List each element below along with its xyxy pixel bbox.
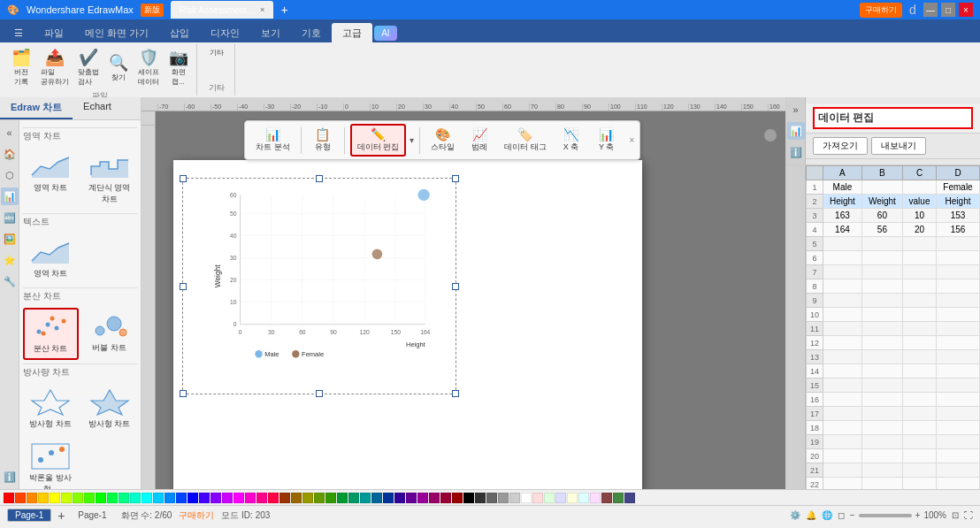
sidebar-nav-info[interactable]: ℹ️ (1, 468, 19, 486)
ribbon-tab-insert[interactable]: 삽입 (159, 23, 200, 42)
color-swatch[interactable] (176, 493, 187, 503)
color-swatch[interactable] (406, 493, 417, 503)
sidebar-nav-home[interactable]: 🏠 (1, 145, 19, 163)
sidebar-nav-templates[interactable]: 📊 (1, 187, 19, 205)
cell-7-d[interactable] (937, 265, 980, 279)
left-tab-echart[interactable]: Echart (73, 97, 122, 119)
ribbon-tab-home[interactable]: 메인 화면 가기 (74, 23, 159, 42)
header-row-2-a[interactable]: Height (823, 195, 862, 209)
chart-item-step-area[interactable]: 계단식 영역차트 (82, 148, 138, 210)
sidebar-nav-symbols[interactable]: 🔤 (1, 209, 19, 226)
cell-5-b[interactable] (861, 237, 902, 251)
cell-15-c[interactable] (903, 379, 937, 393)
cell-17-d[interactable] (937, 407, 980, 421)
color-swatch[interactable] (256, 493, 267, 503)
cell-7-b[interactable] (861, 265, 902, 279)
buy-button[interactable]: 구매하기 (860, 3, 902, 18)
cell-5-a[interactable] (823, 237, 862, 251)
chart-item-dir1[interactable]: 방사형 차트 (23, 384, 79, 434)
header-row-2-d[interactable]: Height (937, 195, 980, 209)
ribbon-btn-setpage[interactable]: 🛡️ 세이프데이터 (134, 46, 163, 88)
header-row-1-b[interactable] (861, 180, 902, 195)
color-swatch[interactable] (360, 493, 371, 503)
color-swatch[interactable] (130, 493, 141, 503)
cell-21-a[interactable] (823, 463, 862, 478)
cell-8-d[interactable] (937, 279, 980, 294)
zoom-in-icon[interactable]: + (915, 510, 921, 520)
color-swatch[interactable] (532, 493, 543, 503)
cell-22-b[interactable] (861, 478, 902, 490)
th-col-c[interactable]: C (903, 166, 937, 180)
color-swatch[interactable] (348, 493, 359, 503)
cell-4-b[interactable]: 56 (861, 223, 902, 237)
resize-handle-bl[interactable] (180, 390, 187, 397)
ribbon-btn-find[interactable]: 🔍 찾기 (104, 46, 133, 88)
import-button[interactable]: 가져오기 (813, 137, 868, 155)
color-swatch[interactable] (38, 493, 49, 503)
cell-6-c[interactable] (903, 251, 937, 265)
color-swatch[interactable] (302, 493, 313, 503)
tool-style[interactable]: 🎨 스타일 (425, 126, 460, 155)
th-col-d[interactable]: D (937, 166, 980, 180)
color-swatch[interactable] (590, 493, 601, 503)
chart-item-bubble[interactable]: 버블 차트 (82, 308, 138, 360)
ribbon-btn-spell[interactable]: ✔️ 맞춤법검사 (74, 46, 103, 88)
cell-20-d[interactable] (937, 449, 980, 463)
tool-x-axis[interactable]: 📉 X 축 (555, 126, 587, 155)
cell-13-d[interactable] (937, 350, 980, 364)
ribbon-btn-기타[interactable]: 기타 (203, 46, 231, 59)
color-swatch[interactable] (394, 493, 405, 503)
color-swatch[interactable] (199, 493, 210, 503)
cell-5-d[interactable] (937, 237, 980, 251)
cell-18-a[interactable] (823, 421, 862, 435)
status-icon-1[interactable]: ⚙️ (790, 510, 800, 520)
color-swatch[interactable] (27, 493, 37, 503)
cell-11-c[interactable] (903, 322, 937, 336)
color-swatch[interactable] (567, 493, 578, 503)
ribbon-tab-menu[interactable]: ☰ (4, 23, 34, 42)
cell-22-c[interactable] (903, 478, 937, 490)
cell-15-a[interactable] (823, 379, 862, 393)
maximize-button[interactable]: □ (941, 3, 955, 17)
cell-15-b[interactable] (861, 379, 902, 393)
cell-12-b[interactable] (861, 336, 902, 350)
left-tab-edraw[interactable]: Edraw 차트 (0, 97, 73, 119)
resize-handle-mr[interactable] (452, 283, 459, 290)
doc-tab-close[interactable]: × (260, 5, 264, 14)
data-edit-dropdown[interactable]: ▾ (410, 135, 414, 145)
cell-9-a[interactable] (823, 294, 862, 308)
cell-10-d[interactable] (937, 308, 980, 322)
color-swatch[interactable] (153, 493, 164, 503)
color-swatch[interactable] (417, 493, 428, 503)
cell-16-a[interactable] (823, 393, 862, 407)
ribbon-tab-file[interactable]: 파일 (34, 23, 74, 42)
ribbon-tab-design[interactable]: 디자인 (200, 23, 250, 42)
color-swatch[interactable] (371, 493, 382, 503)
cell-6-a[interactable] (823, 251, 862, 265)
color-swatch[interactable] (314, 493, 325, 503)
right-nav-chart[interactable]: 📊 (787, 122, 805, 140)
cell-11-a[interactable] (823, 322, 862, 336)
cell-17-b[interactable] (861, 407, 902, 421)
header-row-1-a[interactable]: Male (823, 180, 862, 195)
ribbon-btn-version[interactable]: 🗂️ 버전기록 (7, 46, 35, 88)
minimize-button[interactable]: — (923, 3, 938, 17)
resize-handle-ml[interactable] (180, 283, 187, 290)
cell-22-d[interactable] (937, 478, 980, 490)
cell-10-b[interactable] (861, 308, 902, 322)
color-swatch[interactable] (337, 493, 348, 503)
color-swatch[interactable] (211, 493, 221, 503)
cell-3-d[interactable]: 153 (937, 209, 980, 223)
ribbon-btn-screen[interactable]: 📷 화면캡... (165, 46, 193, 88)
cell-16-c[interactable] (903, 393, 937, 407)
cell-16-d[interactable] (937, 393, 980, 407)
cell-21-c[interactable] (903, 463, 937, 478)
cell-9-d[interactable] (937, 294, 980, 308)
header-row-2-b[interactable]: Weight (861, 195, 902, 209)
page-tab-1[interactable]: Page-1 (7, 509, 51, 522)
chart-item-scatter[interactable]: 분산 차트 (23, 308, 79, 360)
color-swatch[interactable] (291, 493, 302, 503)
new-tab-btn[interactable]: + (280, 3, 287, 17)
ribbon-tab-advanced[interactable]: 고급 (332, 23, 372, 42)
sidebar-nav-widgets[interactable]: 🔧 (1, 272, 19, 290)
